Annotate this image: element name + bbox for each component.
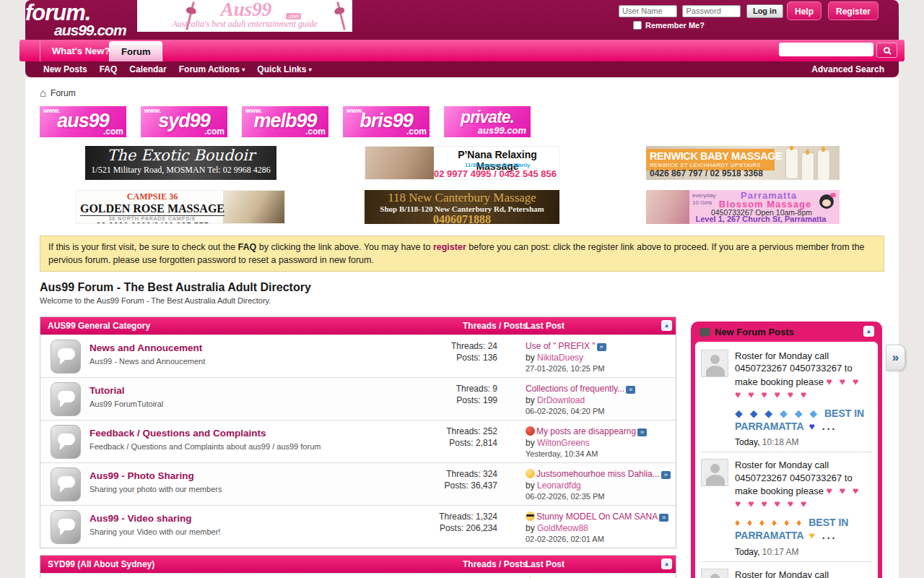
last-poster-link[interactable]: DrDownload xyxy=(537,395,585,405)
last-post-link[interactable]: Use of " PREFIX " xyxy=(526,341,596,351)
site-header: forum. aus99.com Aus99 .com Australia's … xyxy=(25,0,899,40)
gem-icons: ◆ ◆ ◆ xyxy=(780,407,819,419)
goto-last-post-icon[interactable]: » xyxy=(626,386,635,394)
last-post-link[interactable]: Collections of frequently... xyxy=(526,384,624,394)
forum-link[interactable]: News and Annoucement xyxy=(90,342,202,353)
home-icon[interactable]: ⌂ xyxy=(40,87,46,99)
forum-icon xyxy=(51,425,81,459)
ad-banner-grid: The Exotic Boudoir 1/521 Military Road, … xyxy=(25,146,899,225)
ad-golden-rose-massage[interactable]: CAMPSIE 36 GOLDEN ROSE MASSAGE 36 NORTH … xyxy=(76,190,285,224)
post-text[interactable]: Roster for Monday call 0450723267 045073… xyxy=(735,459,872,542)
last-poster-link[interactable]: Leonardfdg xyxy=(537,480,581,491)
remember-me-checkbox[interactable] xyxy=(633,21,642,30)
col-threads-posts: Threads / Posts xyxy=(463,556,527,573)
widget-body: Roster for Monday call 0450723267 045073… xyxy=(695,342,878,578)
banner-syd99[interactable]: www. syd99 .com xyxy=(141,106,227,137)
search-input[interactable] xyxy=(779,43,873,56)
post-text[interactable]: Roster for Monday call 0450723267 045073… xyxy=(735,350,872,433)
banner-bris99[interactable]: www. bris99 .com xyxy=(343,106,430,137)
nav-forum-actions[interactable]: Forum Actions ▾ xyxy=(179,61,245,78)
breadcrumb-forum-link[interactable]: Forum xyxy=(51,88,76,98)
search-button[interactable] xyxy=(876,43,897,58)
header-banner-ad[interactable]: Aus99 .com Australia's best adult entert… xyxy=(137,0,352,32)
candle-icon xyxy=(818,150,829,180)
avatar[interactable] xyxy=(701,569,728,578)
nav-calendar[interactable]: Calendar xyxy=(129,61,166,78)
register-button[interactable]: Register xyxy=(828,1,879,20)
goto-last-post-icon[interactable]: » xyxy=(661,471,671,479)
last-post-cell: Justsomehourhoe miss Dahlia...» by Leona… xyxy=(526,469,673,503)
forum-icon xyxy=(51,382,81,416)
password-input[interactable] xyxy=(682,5,741,17)
forum-link[interactable]: Aus99 - Photo Sharing xyxy=(90,470,194,481)
ad-canterbury-massage[interactable]: 118 New Canterbury Massage Shop B/118-12… xyxy=(365,190,559,224)
widget-header: New Forum Posts ▲ xyxy=(695,322,878,342)
ad-renwick-baby-massage[interactable]: RENWICK BABY MASSAGE RENWICK ST LEICHHAR… xyxy=(646,146,840,180)
banner-melb99[interactable]: www. melb99 .com xyxy=(242,106,328,137)
sidebar-post: Roster for Monday call 0450723267 045073… xyxy=(701,562,872,578)
goto-last-post-icon[interactable]: » xyxy=(637,428,647,436)
avatar[interactable] xyxy=(701,350,728,377)
ad-blossom-massage[interactable]: everyday 10 Girls Parramatta Blossom Mas… xyxy=(646,190,840,224)
forum-row: Sydney - Shop and Girl Info Talk about S… xyxy=(40,573,676,578)
goto-last-post-icon[interactable]: » xyxy=(597,343,606,351)
collapse-icon[interactable]: ▲ xyxy=(863,326,874,337)
nav-quick-links[interactable]: Quick Links ▾ xyxy=(257,61,311,78)
forum-row: Tutorial Aus99 ForumTutoiral Threads: 9P… xyxy=(40,377,676,420)
forum-link[interactable]: Tutorial xyxy=(90,385,125,396)
fire-icons: ♦ ♦ ♦ xyxy=(735,517,767,528)
nav-new-posts[interactable]: New Posts xyxy=(43,61,87,78)
candle-icon xyxy=(802,153,814,180)
page: forum. aus99.com Aus99 .com Australia's … xyxy=(0,0,924,578)
last-poster-link[interactable]: GoldMeow88 xyxy=(537,523,588,533)
site-logo[interactable]: forum. aus99.com xyxy=(25,1,126,38)
banner-private-aus99[interactable]: private. aus99.com xyxy=(444,106,531,137)
banner-aus99[interactable]: www. aus99 .com xyxy=(40,106,126,137)
speech-bubble-icon xyxy=(699,328,710,336)
col-last-post: Last Post xyxy=(526,317,565,335)
collapse-icon[interactable]: ▲ xyxy=(661,320,672,331)
register-link[interactable]: register xyxy=(433,242,466,252)
heart-icon: ♥ xyxy=(809,420,817,432)
goto-last-post-icon[interactable]: » xyxy=(659,514,668,522)
col-threads-posts: Threads / Posts xyxy=(463,317,527,335)
widget-title: New Forum Posts xyxy=(715,327,794,337)
last-post-date: 02-02-2026, 02:01 AM xyxy=(526,534,673,545)
tab-forum[interactable]: Forum xyxy=(109,41,162,61)
last-poster-link[interactable]: WiltonGreens xyxy=(537,438,590,448)
ad-exotic-boudoir[interactable]: The Exotic Boudoir 1/521 Military Road, … xyxy=(85,146,276,180)
forum-row: News and Annoucement Aus99 - News and An… xyxy=(40,335,676,377)
avatar[interactable] xyxy=(701,459,728,486)
username-input[interactable] xyxy=(619,5,677,17)
help-button[interactable]: Help xyxy=(787,1,821,20)
forum-icon xyxy=(51,510,81,544)
last-poster-link[interactable]: NikitaDuesy xyxy=(537,353,583,363)
login-button[interactable]: Log in xyxy=(746,4,783,18)
cool-smiley-icon xyxy=(526,512,535,521)
forum-stats: Threads: 9Posts: 199 xyxy=(411,384,497,406)
ad-pnana-massage[interactable]: P’Nana Relaxing Massage 11/36 Sydney Rd.… xyxy=(365,146,559,180)
sidebar-toggle-button[interactable]: » xyxy=(886,345,905,371)
post-text[interactable]: Roster for Monday call 0450723267 045073… xyxy=(735,569,872,578)
post-time: Today, 10:18 AM xyxy=(735,437,872,447)
page-subtitle: Welcome to the Aus99 Forum - The Best Au… xyxy=(40,296,899,305)
first-visit-notice: If this is your first visit, be sure to … xyxy=(40,236,884,272)
last-post-cell: My posts are disappearng» by WiltonGreen… xyxy=(526,426,673,460)
collapse-icon[interactable]: ▲ xyxy=(661,558,672,569)
nav-faq[interactable]: FAQ xyxy=(100,61,118,78)
last-post-link[interactable]: Stunny MODEL On CAM SANA xyxy=(536,512,658,522)
sidebar-post: Roster for Monday call 0450723267 045073… xyxy=(701,452,872,561)
forum-row: Aus99 - Photo Sharing Sharing your photo… xyxy=(40,462,676,505)
last-post-link[interactable]: Justsomehourhoe miss Dahlia... xyxy=(536,469,660,479)
advanced-search-link[interactable]: Advanced Search xyxy=(811,61,884,77)
category-title[interactable]: AUS99 General Category xyxy=(40,321,150,331)
category-title[interactable]: SYD99 (All About Sydney) xyxy=(40,559,154,569)
forum-icon xyxy=(51,340,81,374)
forum-link[interactable]: Aus99 - Video sharing xyxy=(90,513,192,524)
category-header: SYD99 (All About Sydney) Threads / Posts… xyxy=(40,556,676,573)
forum-link[interactable]: Feedback / Questions and Complaints xyxy=(90,428,266,439)
site-banner-row: www. aus99 .com www. syd99 .com www. mel… xyxy=(40,106,899,137)
last-post-link[interactable]: My posts are disappearng xyxy=(536,426,636,436)
sidebar-post: Roster for Monday call 0450723267 045073… xyxy=(701,343,872,452)
faq-link[interactable]: FAQ xyxy=(238,242,257,252)
